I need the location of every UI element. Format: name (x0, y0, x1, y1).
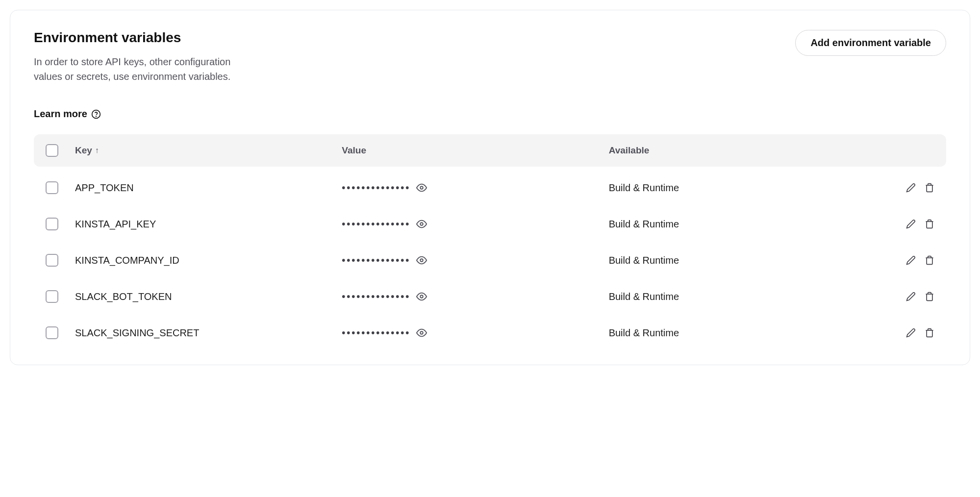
delete-button[interactable] (925, 183, 934, 193)
edit-button[interactable] (906, 328, 916, 338)
header-text: Environment variables In order to store … (34, 30, 250, 84)
edit-button[interactable] (906, 292, 916, 301)
svg-point-1 (96, 116, 97, 116)
row-checkbox[interactable] (46, 254, 58, 267)
edit-button[interactable] (906, 255, 916, 265)
env-value-cell: •••••••••••••• (342, 219, 608, 230)
env-available: Build & Runtime (609, 327, 876, 339)
env-key: SLACK_BOT_TOKEN (75, 291, 342, 302)
column-value[interactable]: Value (342, 145, 608, 156)
env-available: Build & Runtime (609, 182, 876, 194)
table-row: SLACK_SIGNING_SECRET••••••••••••••Build … (34, 315, 946, 351)
svg-point-3 (421, 223, 424, 225)
env-variables-card: Environment variables In order to store … (10, 10, 970, 365)
eye-icon[interactable] (416, 327, 427, 338)
env-value-cell: •••••••••••••• (342, 182, 608, 194)
row-checkbox-cell (46, 326, 75, 339)
table-body: APP_TOKEN••••••••••••••Build & RuntimeKI… (34, 170, 946, 351)
env-key: SLACK_SIGNING_SECRET (75, 327, 342, 339)
svg-point-4 (421, 259, 424, 262)
env-value-cell: •••••••••••••• (342, 291, 608, 302)
row-checkbox-cell (46, 218, 75, 230)
learn-more-link[interactable]: Learn more (34, 108, 101, 120)
row-checkbox[interactable] (46, 181, 58, 194)
row-actions (876, 183, 934, 193)
env-value-masked: •••••••••••••• (342, 219, 410, 230)
table-row: KINSTA_COMPANY_ID••••••••••••••Build & R… (34, 242, 946, 278)
table-row: KINSTA_API_KEY••••••••••••••Build & Runt… (34, 206, 946, 242)
edit-button[interactable] (906, 183, 916, 193)
page-title: Environment variables (34, 30, 250, 46)
select-all-cell (46, 144, 75, 157)
svg-point-5 (421, 295, 424, 298)
add-env-variable-button[interactable]: Add environment variable (795, 30, 946, 56)
svg-point-2 (421, 186, 424, 189)
help-icon (91, 109, 101, 119)
env-value-masked: •••••••••••••• (342, 255, 410, 266)
env-value-cell: •••••••••••••• (342, 327, 608, 339)
row-checkbox[interactable] (46, 326, 58, 339)
env-key: APP_TOKEN (75, 182, 342, 194)
sort-asc-icon: ↑ (95, 146, 99, 155)
env-value-masked: •••••••••••••• (342, 291, 410, 302)
table-row: SLACK_BOT_TOKEN••••••••••••••Build & Run… (34, 278, 946, 315)
column-available[interactable]: Available (609, 145, 876, 156)
env-key: KINSTA_API_KEY (75, 219, 342, 230)
row-actions (876, 328, 934, 338)
table-header: Key ↑ Value Available (34, 134, 946, 167)
eye-icon[interactable] (416, 219, 427, 229)
header-row: Environment variables In order to store … (34, 30, 946, 84)
env-value-masked: •••••••••••••• (342, 327, 410, 339)
select-all-checkbox[interactable] (46, 144, 58, 157)
delete-button[interactable] (925, 292, 934, 301)
page-description: In order to store API keys, other config… (34, 54, 250, 84)
env-value-cell: •••••••••••••• (342, 255, 608, 266)
row-checkbox-cell (46, 181, 75, 194)
learn-more-label: Learn more (34, 108, 87, 120)
eye-icon[interactable] (416, 291, 427, 302)
env-key: KINSTA_COMPANY_ID (75, 255, 342, 266)
delete-button[interactable] (925, 219, 934, 229)
row-actions (876, 255, 934, 265)
env-available: Build & Runtime (609, 255, 876, 266)
env-available: Build & Runtime (609, 291, 876, 302)
row-actions (876, 219, 934, 229)
row-checkbox-cell (46, 290, 75, 303)
svg-point-6 (421, 331, 424, 334)
env-value-masked: •••••••••••••• (342, 182, 410, 194)
eye-icon[interactable] (416, 182, 427, 193)
row-checkbox[interactable] (46, 218, 58, 230)
row-checkbox-cell (46, 254, 75, 267)
env-variables-table: Key ↑ Value Available APP_TOKEN•••••••••… (34, 134, 946, 351)
row-checkbox[interactable] (46, 290, 58, 303)
delete-button[interactable] (925, 328, 934, 338)
row-actions (876, 292, 934, 301)
env-available: Build & Runtime (609, 219, 876, 230)
table-row: APP_TOKEN••••••••••••••Build & Runtime (34, 170, 946, 206)
eye-icon[interactable] (416, 255, 427, 266)
edit-button[interactable] (906, 219, 916, 229)
delete-button[interactable] (925, 255, 934, 265)
column-key[interactable]: Key ↑ (75, 145, 342, 156)
column-key-label: Key (75, 145, 92, 156)
